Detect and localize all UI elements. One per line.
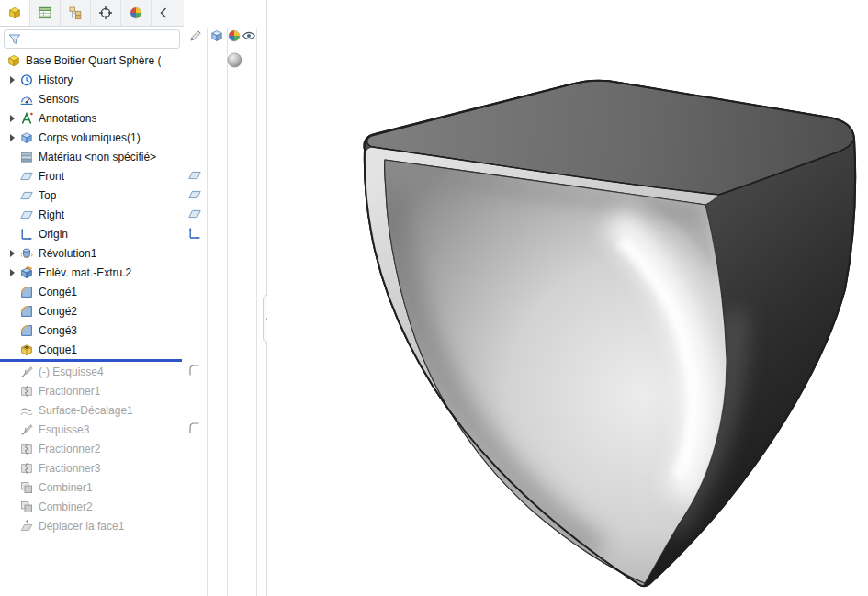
tree-item-combiner2[interactable]: Combiner2: [0, 497, 184, 516]
property-manager-icon: [38, 6, 52, 20]
graphics-viewport[interactable]: [267, 0, 868, 596]
shell-icon: [19, 343, 35, 357]
3d-model[interactable]: [267, 0, 868, 596]
annotations-icon: [19, 111, 35, 126]
tree-item-deplacer-la-face1[interactable]: Déplacer la face1: [0, 516, 184, 535]
cut-extrude-icon: [19, 265, 35, 280]
origin-icon: [19, 227, 35, 242]
plane-icon[interactable]: [187, 187, 202, 202]
column-divider: [256, 28, 257, 596]
plane-icon[interactable]: [187, 168, 202, 183]
tree-item-label: Congé1: [39, 286, 77, 298]
expand-arrow-icon[interactable]: [6, 108, 19, 128]
combine-icon: [19, 480, 35, 495]
tree-item-label: History: [39, 73, 73, 86]
appearance-swatch-sphere[interactable]: [227, 52, 242, 68]
fillet-icon: [19, 323, 35, 338]
column-divider: [207, 28, 208, 596]
tree-item-combiner1[interactable]: Combiner1: [0, 478, 184, 497]
tree-item-coque1[interactable]: Coque1: [0, 340, 184, 359]
tree-item-label: Front: [39, 170, 64, 183]
origin-icon[interactable]: [187, 226, 202, 241]
tab-configurationmanager[interactable]: [61, 0, 91, 26]
tree-item-surface-decalage1[interactable]: Surface-Décalage1: [0, 400, 184, 420]
tree-item-conge2[interactable]: Congé2: [0, 301, 184, 320]
tree-item-label: Déplacer la face1: [39, 520, 124, 533]
part-icon: [6, 53, 22, 68]
eye-icon[interactable]: [242, 28, 256, 43]
expand-arrow-icon[interactable]: [6, 243, 19, 263]
expand-arrow-icon[interactable]: [6, 70, 19, 89]
tree-item-solid-bodies[interactable]: Corps volumiques(1): [0, 128, 184, 147]
chevron-left-icon: [156, 6, 171, 20]
tree-item-esquisse4[interactable]: (-) Esquisse4: [0, 362, 184, 381]
tree-item-label: Congé2: [39, 305, 77, 318]
tree-item-fractionner1[interactable]: Fractionner1: [0, 381, 184, 400]
plane-icon: [19, 188, 35, 203]
tree-item-right-plane[interactable]: Right: [0, 205, 184, 224]
tree-item-label: Coque1: [39, 343, 77, 356]
appearance-ball-icon[interactable]: [227, 28, 242, 43]
tree-item-annotations[interactable]: Annotations: [0, 108, 184, 128]
tree-item-cut-extrude2[interactable]: Enlèv. mat.-Extru.2: [0, 263, 184, 282]
tree-item-label: Top: [39, 189, 56, 202]
tab-dimxpertmanager[interactable]: [91, 0, 121, 26]
tree-item-fractionner3[interactable]: Fractionner3: [0, 458, 184, 478]
tab-propertymanager[interactable]: [30, 0, 61, 26]
tree-item-conge1[interactable]: Congé1: [0, 282, 184, 301]
solidworks-window: Base Boitier Quart Sphère ( History Sens…: [0, 0, 868, 596]
tree-item-label: Right: [39, 208, 64, 221]
tree-item-revolution1[interactable]: Révolution1: [0, 243, 184, 263]
tree-item-label: Base Boitier Quart Sphère (: [26, 54, 161, 67]
display-manager-ball-icon: [129, 6, 143, 20]
column-divider: [186, 51, 186, 596]
manager-tab-bar: [0, 0, 184, 27]
tree-item-label: (-) Esquisse4: [39, 365, 104, 378]
sketch-icon: [19, 422, 35, 437]
tree-item-label: Combiner1: [39, 481, 93, 494]
tree-item-label: Surface-Décalage1: [39, 404, 133, 417]
collapse-pane-button[interactable]: [152, 0, 175, 26]
column-divider: [227, 28, 228, 596]
tab-featuremanager[interactable]: [0, 0, 30, 26]
dimxpert-target-icon: [98, 6, 113, 20]
expand-arrow-icon[interactable]: [6, 263, 19, 282]
plane-icon: [19, 208, 35, 222]
tree-item-label: Origin: [39, 228, 68, 241]
tree-item-part-root[interactable]: Base Boitier Quart Sphère (: [0, 51, 184, 70]
pencil-icon[interactable]: [188, 28, 203, 43]
expand-arrow-icon[interactable]: [6, 128, 19, 147]
tree-item-sensors[interactable]: Sensors: [0, 89, 184, 108]
tree-item-label: Matériau <non spécifié>: [39, 151, 156, 163]
tree-item-label: Fractionner2: [39, 443, 100, 455]
display-state-cube-icon[interactable]: [209, 28, 224, 43]
material-icon: [19, 150, 35, 164]
tree-item-esquisse3[interactable]: Esquisse3: [0, 420, 184, 439]
sensors-icon: [19, 92, 35, 107]
tree-item-fractionner2[interactable]: Fractionner2: [0, 439, 184, 458]
tree-item-label: Corps volumiques(1): [39, 131, 141, 144]
tree-filter-input[interactable]: [4, 29, 180, 49]
tree-item-top-plane[interactable]: Top: [0, 186, 184, 205]
tree-item-label: Enlèv. mat.-Extru.2: [39, 266, 131, 279]
tab-displaymanager[interactable]: [121, 0, 152, 26]
fillet-icon: [19, 304, 35, 319]
feature-tree: Base Boitier Quart Sphère ( History Sens…: [0, 51, 184, 535]
sketch-contour-icon[interactable]: [187, 421, 202, 435]
tree-item-label: Révolution1: [39, 247, 96, 260]
tree-item-conge3[interactable]: Congé3: [0, 320, 184, 340]
tree-item-material[interactable]: Matériau <non spécifié>: [0, 147, 184, 166]
split-icon: [19, 442, 35, 456]
filter-funnel-icon[interactable]: [7, 32, 22, 47]
tree-item-origin[interactable]: Origin: [0, 224, 184, 243]
surface-offset-icon: [19, 403, 35, 418]
sketch-contour-icon[interactable]: [187, 363, 202, 377]
tree-item-label: Esquisse3: [39, 423, 89, 436]
tree-item-history[interactable]: History: [0, 70, 184, 89]
plane-icon: [19, 169, 35, 184]
tree-item-front-plane[interactable]: Front: [0, 166, 184, 186]
tree-item-label: Sensors: [39, 93, 79, 106]
tree-item-label: Congé3: [39, 324, 77, 337]
move-face-icon: [19, 519, 35, 534]
plane-icon[interactable]: [187, 207, 202, 221]
